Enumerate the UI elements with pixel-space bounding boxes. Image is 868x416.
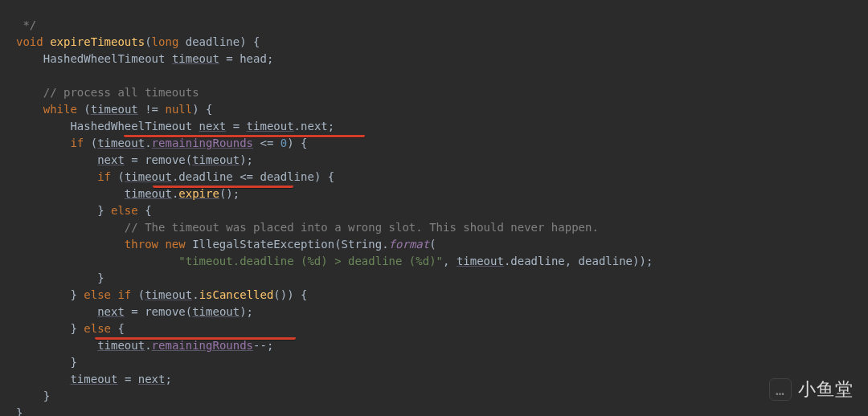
watermark: … 小鱼堂: [769, 377, 854, 402]
kw-while: while: [43, 103, 77, 116]
string-literal: "timeout.deadline (%d) > deadline (%d)": [178, 255, 443, 267]
fn-expire: expire: [178, 187, 219, 200]
kw-null: null: [165, 103, 192, 116]
ident-next: next: [199, 120, 227, 133]
kw-throw-new: throw new: [125, 238, 186, 251]
fn-format: format: [389, 238, 430, 251]
code-block: */ void expireTimeouts(long deadline) { …: [0, 0, 868, 416]
field-remainingRounds: remainingRounds: [152, 137, 253, 149]
ident-timeout: timeout: [172, 52, 219, 65]
kw-else-if: else if: [84, 288, 131, 301]
underline-3: [95, 337, 296, 340]
watermark-icon: …: [769, 378, 792, 401]
comment: // process all timeouts: [43, 86, 199, 99]
field-remainingRounds: remainingRounds: [152, 339, 253, 352]
fn-expireTimeouts: expireTimeouts: [50, 35, 145, 48]
kw-if: if: [70, 137, 84, 149]
kw-void: void: [16, 35, 43, 48]
fn-isCancelled: isCancelled: [199, 288, 274, 301]
underline-1: [124, 135, 365, 137]
num-0: 0: [280, 137, 287, 149]
l0: */: [16, 18, 36, 31]
kw-else: else: [111, 204, 138, 217]
kw-long: long: [152, 35, 179, 48]
underline-2: [153, 186, 293, 188]
watermark-label: 小鱼堂: [798, 377, 854, 402]
comment: // The timeout was placed into a wrong s…: [125, 221, 599, 234]
